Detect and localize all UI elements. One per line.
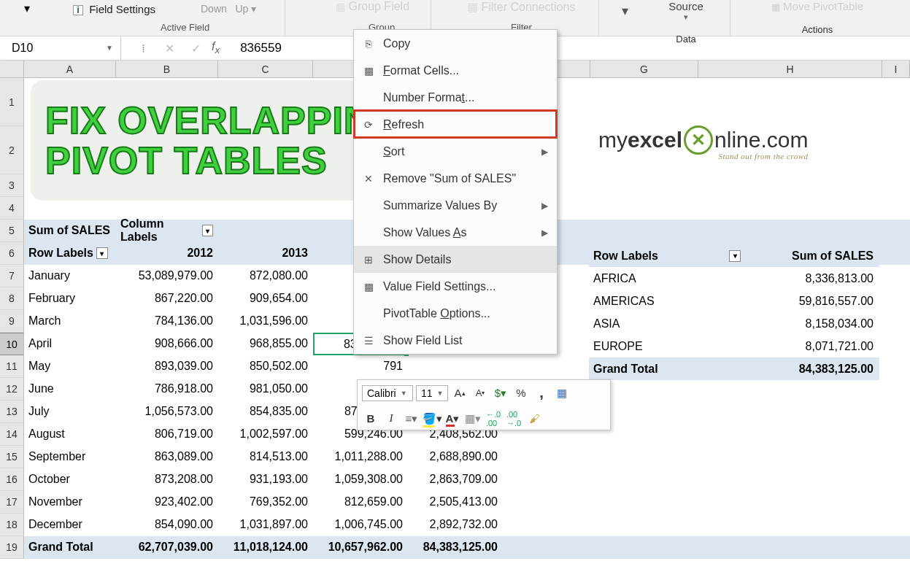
cell[interactable]	[590, 446, 698, 468]
row-header[interactable]: 9	[0, 310, 24, 333]
cell[interactable]	[698, 423, 882, 446]
value-cell[interactable]: 769,352.00	[218, 491, 313, 514]
cell[interactable]	[882, 355, 910, 378]
cell[interactable]	[698, 401, 882, 423]
value-cell[interactable]: 968,855.00	[218, 333, 313, 355]
cancel-button[interactable]: ✕	[156, 39, 182, 58]
column-header[interactable]: C	[218, 61, 313, 78]
cell[interactable]	[590, 536, 698, 559]
cell[interactable]	[882, 174, 910, 197]
column-header[interactable]: I	[882, 61, 910, 78]
cell[interactable]	[882, 242, 910, 265]
menu-item-format-cells[interactable]: ▦Format Cells...	[354, 57, 557, 84]
increase-decimal-button[interactable]: ←.0.00	[485, 410, 502, 428]
cell[interactable]	[698, 536, 882, 559]
row-header[interactable]: 4	[0, 197, 24, 220]
cell[interactable]	[698, 468, 882, 491]
cell[interactable]	[503, 468, 590, 491]
formula-value[interactable]: 836559	[240, 41, 282, 55]
cell[interactable]	[882, 468, 910, 491]
value-cell[interactable]: 791	[313, 355, 408, 378]
pivot-table-2[interactable]: Row Labels▾Sum of SALESAFRICA8,336,813.0…	[589, 244, 879, 380]
cell[interactable]	[698, 174, 882, 197]
filter-icon[interactable]: ▾	[202, 225, 213, 236]
column-header[interactable]	[0, 61, 24, 78]
row-header[interactable]: 13	[0, 401, 24, 423]
cell[interactable]	[882, 378, 910, 401]
cell[interactable]	[882, 126, 910, 174]
menu-item-summarize-values-by[interactable]: Summarize Values By▶	[354, 192, 557, 219]
value-cell[interactable]: 2,863,709.00	[408, 468, 503, 491]
value-cell[interactable]: 1,006,745.00	[313, 514, 408, 536]
value-cell[interactable]: 1,059,308.00	[313, 468, 408, 491]
value-cell[interactable]: 1,031,596.00	[218, 310, 313, 333]
column-header[interactable]: H	[698, 61, 882, 78]
cell[interactable]	[882, 287, 910, 310]
accounting-format-button[interactable]: $▾	[492, 384, 509, 402]
percent-button[interactable]: %	[512, 384, 530, 402]
value-cell[interactable]	[408, 355, 503, 378]
value-cell[interactable]: 814,513.00	[218, 446, 313, 468]
format-painter-button[interactable]: 🖌	[525, 410, 543, 428]
month-label[interactable]: March	[24, 310, 116, 333]
column-header[interactable]: B	[116, 61, 218, 78]
pt2-region[interactable]: AFRICA	[589, 267, 745, 290]
row-header[interactable]: 15	[0, 446, 24, 468]
month-label[interactable]: August	[24, 423, 116, 446]
month-label[interactable]: September	[24, 446, 116, 468]
value-cell[interactable]: 806,719.00	[116, 423, 218, 446]
cell[interactable]	[590, 514, 698, 536]
menu-item-pivottable-options[interactable]: PivotTable Options...	[354, 300, 557, 327]
cell[interactable]	[698, 378, 882, 401]
filter-connections-button[interactable]: ▦ Filter Connections	[467, 0, 575, 14]
fx-icon[interactable]: fx	[212, 40, 220, 55]
cell[interactable]	[590, 220, 698, 242]
cell[interactable]	[503, 491, 590, 514]
cell[interactable]	[698, 514, 882, 536]
comma-button[interactable]: ,	[533, 384, 550, 402]
year-2012[interactable]: 2012	[116, 242, 218, 265]
value-cell[interactable]: 923,402.00	[116, 491, 218, 514]
bold-button[interactable]: B	[362, 410, 379, 428]
fill-color-button[interactable]: 🪣▾	[423, 410, 441, 428]
value-cell[interactable]: 981,050.00	[218, 378, 313, 401]
value-cell[interactable]: 786,918.00	[116, 378, 218, 401]
pivot-column-labels[interactable]: Column Labels▾	[116, 220, 218, 242]
cell[interactable]	[882, 310, 910, 333]
filter-icon[interactable]: ▾	[96, 247, 108, 259]
month-label[interactable]: February	[24, 287, 116, 310]
column-header[interactable]: G	[590, 61, 698, 78]
row-header[interactable]: 11	[0, 355, 24, 378]
pt2-region[interactable]: AMERICAS	[589, 290, 745, 312]
gt-value[interactable]: 62,707,039.00	[116, 536, 218, 559]
menu-item-number-format[interactable]: Number Format...	[354, 84, 557, 111]
row-header[interactable]: 3	[0, 174, 24, 197]
grand-total-label[interactable]: Grand Total	[24, 536, 116, 559]
row-header[interactable]: 1	[0, 78, 24, 126]
row-header[interactable]: 18	[0, 514, 24, 536]
menu-item-copy[interactable]: ⎘Copy	[354, 30, 557, 57]
value-cell[interactable]: 873,208.00	[116, 468, 218, 491]
value-cell[interactable]: 909,654.00	[218, 287, 313, 310]
enter-button[interactable]: ✓	[182, 39, 209, 58]
dropdown-caret[interactable]: ▾	[622, 3, 628, 19]
cell[interactable]	[698, 197, 882, 220]
pivot-row-labels[interactable]: Row Labels▾	[24, 242, 116, 265]
cell[interactable]	[882, 491, 910, 514]
month-label[interactable]: June	[24, 378, 116, 401]
menu-item-show-field-list[interactable]: ☰Show Field List	[354, 327, 557, 354]
value-cell[interactable]: 1,011,288.00	[313, 446, 408, 468]
cell[interactable]	[698, 78, 882, 126]
cell[interactable]	[503, 536, 590, 559]
collapse-button[interactable]: ⁞	[130, 39, 156, 58]
qat-dropdown[interactable]: ▾	[24, 1, 39, 16]
value-cell[interactable]: 854,090.00	[116, 514, 218, 536]
month-label[interactable]: July	[24, 401, 116, 423]
cell[interactable]	[590, 491, 698, 514]
month-label[interactable]: October	[24, 468, 116, 491]
font-selector[interactable]: Calibri▼	[362, 385, 413, 401]
mini-toolbar[interactable]: Calibri▼ 11▼ A▴ A▾ $▾ % , ▦ B I ≡▾ 🪣▾ A▾…	[357, 379, 611, 430]
cell[interactable]	[590, 197, 698, 220]
row-header[interactable]: 2	[0, 126, 24, 174]
value-cell[interactable]: 850,502.00	[218, 355, 313, 378]
